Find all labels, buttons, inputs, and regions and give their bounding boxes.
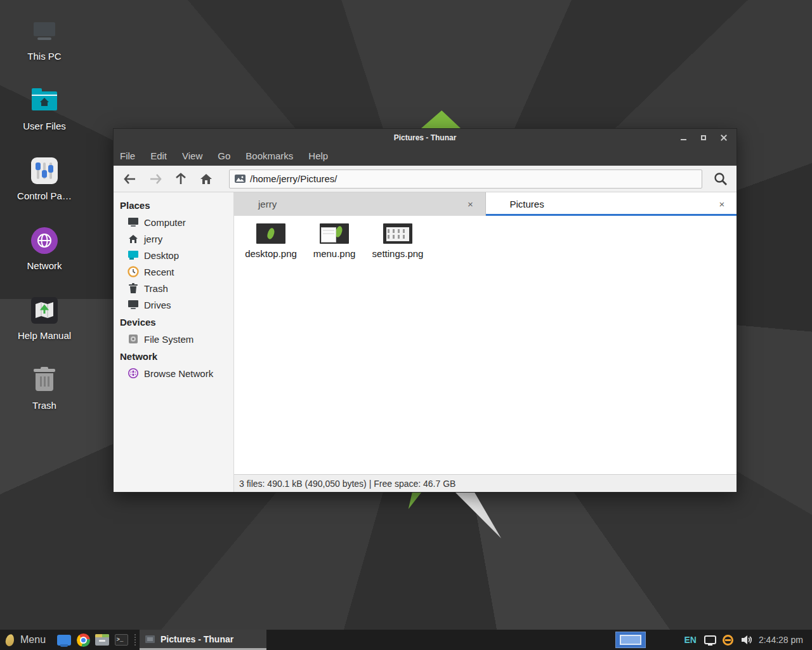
- menu-help[interactable]: Help: [308, 150, 328, 161]
- show-desktop-button[interactable]: [55, 631, 74, 649]
- tab-bar: jerry × Pictures ×: [234, 192, 737, 216]
- desktop-icon-label: User Files: [23, 121, 66, 131]
- up-button[interactable]: [169, 169, 192, 189]
- drive-icon: [128, 299, 139, 310]
- desktop-icon-this-pc[interactable]: This PC: [6, 17, 82, 76]
- home-button[interactable]: [195, 169, 218, 189]
- show-desktop-icon: [57, 635, 71, 646]
- home-folder-icon: [30, 86, 59, 116]
- window-title: Pictures - Thunar: [114, 133, 737, 142]
- menu-go[interactable]: Go: [218, 150, 230, 161]
- terminal-launcher[interactable]: >_: [112, 631, 131, 649]
- path-bar[interactable]: /home/jerry/Pictures/: [229, 169, 702, 189]
- sidebar-item-file-system[interactable]: File System: [114, 331, 233, 347]
- task-button-thunar[interactable]: Pictures - Thunar: [140, 630, 266, 650]
- active-workspace: [620, 635, 641, 645]
- menu-leaf-icon[interactable]: [5, 633, 15, 646]
- taskbar: Menu >_ Pictures - Thunar EN 2:44:28 pm: [0, 630, 812, 650]
- workspace-switcher[interactable]: [615, 632, 646, 648]
- taskbar-separator: [134, 634, 136, 646]
- back-button[interactable]: [119, 169, 141, 189]
- filesystem-icon: [128, 333, 139, 345]
- keyboard-layout-indicator[interactable]: EN: [684, 635, 696, 645]
- wallpaper-white-shard: [455, 493, 501, 538]
- help-manual-icon: [30, 296, 59, 325]
- menu-edit[interactable]: Edit: [150, 150, 167, 161]
- main-pane: jerry × Pictures × desktop.png: [234, 192, 737, 492]
- control-panel-icon: [30, 156, 59, 185]
- status-text: 3 files: 490.1 kB (490,050 bytes) | Free…: [239, 479, 455, 489]
- file-settings-png[interactable]: settings.png: [366, 223, 429, 259]
- file-view[interactable]: desktop.png menu.png settings.png: [234, 216, 737, 474]
- desktop-icon-label: Help Manual: [18, 330, 71, 341]
- search-icon: [714, 172, 728, 186]
- wallpaper-leaf-top: [421, 110, 461, 128]
- thunar-window: Pictures - Thunar File Edit View Go Book…: [113, 128, 737, 493]
- clock[interactable]: 2:44:28 pm: [759, 635, 803, 645]
- sidebar-header-network: Network: [114, 347, 233, 365]
- close-button[interactable]: [717, 132, 730, 143]
- desktop-icon-trash[interactable]: Trash: [6, 366, 82, 425]
- computer-icon: [30, 17, 59, 46]
- display-tray-icon[interactable]: [704, 635, 716, 644]
- file-menu-png[interactable]: menu.png: [303, 223, 366, 259]
- file-thumbnail: [320, 223, 349, 244]
- desktop-screen: This PC User Files Control Pa… Network H…: [0, 0, 812, 650]
- network-globe-icon: [30, 226, 59, 255]
- status-bar: 3 files: 490.1 kB (490,050 bytes) | Free…: [234, 474, 737, 492]
- sidebar-item-trash[interactable]: Trash: [114, 280, 233, 296]
- file-thumbnail: [383, 223, 412, 244]
- titlebar[interactable]: Pictures - Thunar: [114, 129, 737, 146]
- sidebar-item-computer[interactable]: Computer: [114, 214, 233, 230]
- update-manager-icon[interactable]: [723, 635, 733, 646]
- sidebar-item-drives[interactable]: Drives: [114, 296, 233, 313]
- home-icon: [128, 233, 139, 244]
- desktop-icon: [128, 249, 139, 261]
- menu-view[interactable]: View: [182, 150, 202, 161]
- desktop-icon-network[interactable]: Network: [6, 226, 82, 286]
- image-icon: [235, 175, 246, 183]
- desktop-icon-user-files[interactable]: User Files: [6, 86, 82, 146]
- tab-jerry[interactable]: jerry ×: [234, 192, 486, 216]
- chrome-icon: [77, 633, 90, 647]
- tab-close-icon[interactable]: ×: [716, 199, 728, 209]
- thunar-task-icon: [145, 635, 155, 643]
- file-cabinet-icon: [95, 634, 109, 646]
- computer-icon: [128, 216, 139, 228]
- wallpaper-leaf-bottom: [407, 493, 421, 509]
- menu-file[interactable]: File: [120, 150, 135, 161]
- file-manager-launcher[interactable]: [93, 631, 112, 649]
- desktop-icon-label: Trash: [32, 400, 56, 411]
- trash-icon: [30, 366, 59, 395]
- file-thumbnail: [256, 223, 285, 244]
- recent-clock-icon: [128, 266, 139, 277]
- trash-icon: [128, 282, 139, 294]
- desktop-icon-label: Network: [27, 260, 62, 271]
- menu-bookmarks[interactable]: Bookmarks: [246, 150, 293, 161]
- terminal-icon: >_: [115, 634, 128, 646]
- sidebar-item-desktop[interactable]: Desktop: [114, 247, 233, 263]
- desktop-icon-help-manual[interactable]: Help Manual: [6, 296, 82, 355]
- sidebar: Places Computer jerry Desktop Recent: [114, 192, 234, 492]
- menubar: File Edit View Go Bookmarks Help: [114, 146, 737, 166]
- browse-network-icon: [128, 368, 139, 379]
- volume-icon[interactable]: [741, 635, 752, 645]
- sidebar-item-home[interactable]: jerry: [114, 230, 233, 247]
- sidebar-item-browse-network[interactable]: Browse Network: [114, 365, 233, 381]
- search-button[interactable]: [710, 169, 731, 189]
- tab-close-icon[interactable]: ×: [465, 199, 476, 209]
- tab-pictures[interactable]: Pictures ×: [486, 192, 737, 216]
- menu-button[interactable]: Menu: [20, 634, 46, 646]
- sidebar-item-recent[interactable]: Recent: [114, 263, 233, 280]
- sidebar-header-places: Places: [114, 196, 233, 214]
- desktop-icon-label: Control Pa…: [17, 190, 72, 201]
- minimize-button[interactable]: [677, 132, 690, 143]
- forward-button[interactable]: [144, 169, 167, 189]
- file-desktop-png[interactable]: desktop.png: [239, 223, 303, 259]
- sidebar-header-devices: Devices: [114, 313, 233, 331]
- browser-launcher[interactable]: [74, 631, 93, 649]
- desktop-icon-label: This PC: [27, 51, 61, 62]
- maximize-button[interactable]: [697, 132, 710, 143]
- desktop-icon-control-panel[interactable]: Control Pa…: [6, 156, 82, 216]
- path-text: /home/jerry/Pictures/: [250, 173, 337, 184]
